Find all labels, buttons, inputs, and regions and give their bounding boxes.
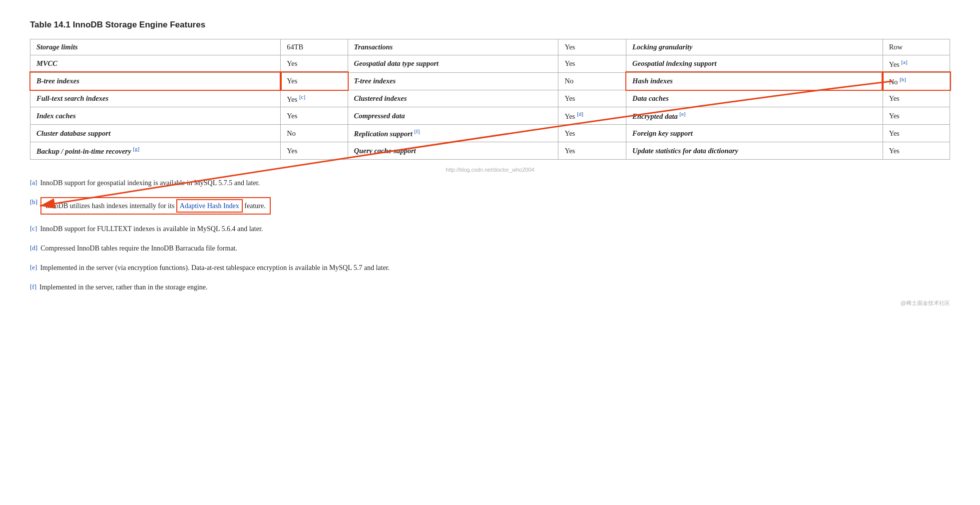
table-row: MVCCYesGeospatial data type supportYesGe… [30,55,950,73]
feature-value: Yes [281,72,348,90]
table-row: Cluster database supportNoReplication su… [30,125,950,142]
feature-value: Yes [558,125,626,142]
feature-label: T-tree indexes [348,72,558,90]
feature-value: 64TB [281,39,348,55]
table-title: Table 14.1 InnoDB Storage Engine Feature… [30,20,950,30]
footnote-item: [d]Compressed InnoDB tables require the … [30,243,950,253]
footnote-item: [e]Implemented in the server (via encryp… [30,262,950,273]
footnote-item: [f]Implemented in the server, rather tha… [30,282,950,292]
footnote-item: [b]InnoDB utilizes hash indexes internal… [30,197,950,215]
feature-value: Yes [c] [281,90,348,107]
feature-label: Compressed data [348,107,558,125]
adaptive-hash-index-link[interactable]: Adaptive Hash Index [176,199,243,213]
footnote-text: Compressed InnoDB tables require the Inn… [40,243,237,253]
feature-value: Yes [883,90,950,107]
table-row: Index cachesYesCompressed dataYes [d]Enc… [30,107,950,125]
footnotes-section: [a]InnoDB support for geospatial indexin… [30,178,950,292]
feature-label: Storage limits [30,39,281,55]
table-row: Full-text search indexesYes [c]Clustered… [30,90,950,107]
feature-value: Yes [558,55,626,73]
feature-value: No [b] [883,72,950,90]
watermark: http://blog.csdn.net/doctor_who2004 [30,167,950,173]
feature-value: Yes [883,142,950,160]
table-row: B-tree indexesYesT-tree indexesNoHash in… [30,72,950,90]
table-row: Storage limits64TBTransactionsYesLocking… [30,39,950,55]
feature-value: No [558,72,626,90]
feature-label: Transactions [348,39,558,55]
feature-label: Locking granularity [626,39,883,55]
feature-label: Index caches [30,107,281,125]
footnote-label: [f] [30,282,36,292]
footnote-label: [b] [30,197,37,207]
feature-label: Update statistics for data dictionary [626,142,883,160]
feature-value: Yes [558,142,626,160]
feature-label: Replication support [f] [348,125,558,142]
feature-value: Yes [558,90,626,107]
feature-value: Row [883,39,950,55]
footnote-b-box: InnoDB utilizes hash indexes internally … [40,197,271,215]
table-row: Backup / point-in-time recovery [g]YesQu… [30,142,950,160]
watermark2: @稀土掘金技术社区 [30,299,950,307]
feature-value: No [281,125,348,142]
feature-value: Yes [281,55,348,73]
feature-value: Yes [a] [883,55,950,73]
feature-label: Geospatial data type support [348,55,558,73]
feature-label: Backup / point-in-time recovery [g] [30,142,281,160]
footnote-item: [c]InnoDB support for FULLTEXT indexes i… [30,224,950,234]
feature-label: Full-text search indexes [30,90,281,107]
feature-label: Cluster database support [30,125,281,142]
footnote-text: Implemented in the server (via encryptio… [40,262,390,273]
footnote-text: InnoDB support for FULLTEXT indexes is a… [40,224,263,234]
table-wrapper: Storage limits64TBTransactionsYesLocking… [30,39,950,173]
footnote-label: [c] [30,224,37,234]
feature-label: B-tree indexes [30,72,281,90]
feature-value: Yes [883,125,950,142]
footnote-label: [e] [30,262,37,272]
footnote-label: [a] [30,178,37,188]
feature-label: Geospatial indexing support [626,55,883,73]
feature-value: Yes [883,107,950,125]
feature-label: Clustered indexes [348,90,558,107]
feature-label: Foreign key support [626,125,883,142]
feature-label: MVCC [30,55,281,73]
footnote-item: [a]InnoDB support for geospatial indexin… [30,178,950,188]
footnote-text: Implemented in the server, rather than i… [39,282,207,292]
footnote-label: [d] [30,243,37,253]
feature-value: Yes [281,107,348,125]
features-table: Storage limits64TBTransactionsYesLocking… [30,39,950,160]
feature-value: Yes [281,142,348,160]
feature-label: Data caches [626,90,883,107]
footnote-text: InnoDB support for geospatial indexing i… [40,178,260,188]
feature-value: Yes [558,39,626,55]
feature-label: Hash indexes [626,72,883,90]
feature-label: Query cache support [348,142,558,160]
feature-value: Yes [d] [558,107,626,125]
feature-label: Encrypted data [e] [626,107,883,125]
